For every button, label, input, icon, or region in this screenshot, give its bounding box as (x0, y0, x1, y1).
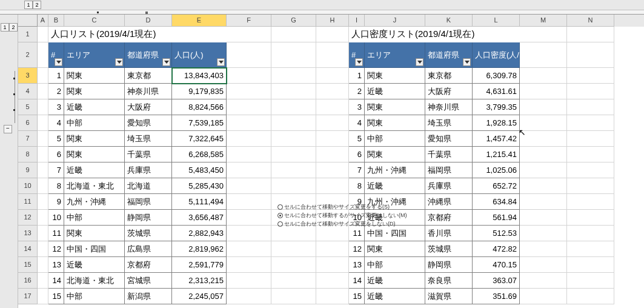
row-header-13[interactable]: 13 (18, 226, 38, 241)
cell[interactable] (520, 273, 567, 289)
filter-dropdown-icon[interactable] (416, 58, 423, 66)
cell[interactable] (520, 289, 567, 304)
table1-pref[interactable]: 新潟県 (125, 289, 172, 304)
table1-value[interactable]: 7,322,645 (172, 131, 227, 147)
table2-value[interactable]: 1,928.15 (473, 115, 520, 131)
radio-option[interactable]: セルに合わせて移動やサイズ変更をする(S) (277, 203, 407, 211)
table1-area[interactable]: 中国・四国 (64, 241, 125, 257)
cell[interactable] (567, 273, 614, 289)
cell[interactable] (227, 162, 271, 178)
row-header-7[interactable]: 7 (18, 131, 38, 147)
cell[interactable] (316, 68, 349, 84)
table1-area[interactable]: 中部 (64, 210, 125, 226)
table1-num[interactable]: 5 (48, 131, 64, 147)
table1-num[interactable]: 3 (48, 99, 64, 115)
table1-pref[interactable]: 京都府 (125, 257, 172, 273)
col-header-M[interactable]: M (520, 15, 567, 27)
cell[interactable] (38, 162, 48, 178)
table1-pref[interactable]: 埼玉県 (125, 131, 172, 147)
table2-num[interactable]: 3 (349, 99, 365, 115)
cell[interactable] (316, 257, 349, 273)
cell[interactable] (316, 115, 349, 131)
cell[interactable] (316, 99, 349, 115)
row-header-17[interactable]: 17 (18, 289, 38, 304)
col-header-I[interactable]: I (349, 15, 365, 27)
cell[interactable] (316, 178, 349, 194)
table1-area[interactable]: 関東 (64, 131, 125, 147)
cell[interactable] (227, 68, 271, 84)
table1-value[interactable]: 9,179,835 (172, 84, 227, 99)
radio-option[interactable]: セルに合わせて移動やサイズ変更をしない(D) (277, 219, 407, 228)
table1-value[interactable]: 2,245,057 (172, 289, 227, 304)
table2-area[interactable]: 九州・沖縄 (365, 162, 425, 178)
table1-area[interactable]: 関東 (64, 68, 125, 84)
col-header-L[interactable]: L (473, 15, 520, 27)
table2-pref[interactable]: 奈良県 (425, 273, 473, 289)
cell[interactable] (567, 84, 614, 99)
row-header-12[interactable]: 12 (18, 210, 38, 226)
table2-pref[interactable]: 福岡県 (425, 162, 473, 178)
filter-dropdown-icon[interactable] (162, 58, 170, 66)
table2-area[interactable]: 中部 (365, 131, 425, 147)
table2-num[interactable]: 2 (349, 84, 365, 99)
table2-pref[interactable]: 兵庫県 (425, 178, 473, 194)
table1-value[interactable]: 2,591,779 (172, 257, 227, 273)
row-header-3[interactable]: 3 (18, 68, 38, 84)
table2-header[interactable]: 人口密度(人/km2) (473, 42, 520, 68)
table1-num[interactable]: 12 (48, 241, 64, 257)
cell[interactable] (227, 178, 271, 194)
table2-num[interactable]: 1 (349, 68, 365, 84)
outline-row-level-1[interactable]: 1 (1, 23, 9, 32)
outline-collapse-button[interactable]: − (4, 125, 12, 133)
table2-value[interactable]: 1,215.41 (473, 147, 520, 162)
col-header-D[interactable]: D (125, 15, 172, 27)
table2-area[interactable]: 関東 (365, 147, 425, 162)
table1-pref[interactable]: 茨城県 (125, 226, 172, 241)
table2-header[interactable]: # (349, 42, 365, 68)
cell[interactable] (567, 241, 614, 257)
table1-value[interactable]: 7,539,185 (172, 115, 227, 131)
table1-value[interactable]: 2,882,943 (172, 226, 227, 241)
table2-num[interactable]: 13 (349, 257, 365, 273)
cell[interactable] (271, 241, 316, 257)
row-header-4[interactable]: 4 (18, 84, 38, 99)
table1-header[interactable]: エリア (64, 42, 125, 68)
table1-area[interactable]: 近畿 (64, 99, 125, 115)
table1-num[interactable]: 11 (48, 226, 64, 241)
col-header-F[interactable]: F (227, 15, 271, 27)
col-header-H[interactable]: H (316, 15, 349, 27)
cell[interactable] (271, 257, 316, 273)
table2-value[interactable]: 1,025.06 (473, 162, 520, 178)
table1-pref[interactable]: 愛知県 (125, 115, 172, 131)
table1-pref[interactable]: 北海道 (125, 178, 172, 194)
table2-value[interactable]: 561.94 (473, 210, 520, 226)
table1-pref[interactable]: 神奈川県 (125, 84, 172, 99)
table2-value[interactable]: 4,631.61 (473, 84, 520, 99)
table2-pref[interactable]: 香川県 (425, 226, 473, 241)
cell[interactable] (38, 210, 48, 226)
table2-area[interactable]: 近畿 (365, 273, 425, 289)
table1-header[interactable]: # (48, 42, 64, 68)
row-header-9[interactable]: 9 (18, 162, 38, 178)
cell[interactable] (227, 42, 271, 68)
row-header-8[interactable]: 8 (18, 147, 38, 162)
cell[interactable] (567, 147, 614, 162)
table2-header[interactable]: エリア (365, 42, 425, 68)
table2-pref[interactable]: 愛知県 (425, 131, 473, 147)
col-header-K[interactable]: K (425, 15, 473, 27)
cell[interactable] (227, 289, 271, 304)
table1-pref[interactable]: 千葉県 (125, 147, 172, 162)
cell[interactable] (271, 68, 316, 84)
outline-row-level-2[interactable]: 2 (9, 23, 18, 32)
table2-pref[interactable]: 滋賀県 (425, 289, 473, 304)
table2-area[interactable]: 関東 (365, 99, 425, 115)
cell[interactable] (271, 84, 316, 99)
cell[interactable] (520, 147, 567, 162)
table1-area[interactable]: 関東 (64, 226, 125, 241)
table1-value[interactable]: 5,285,430 (172, 178, 227, 194)
cell[interactable] (316, 42, 349, 68)
table1-num[interactable]: 15 (48, 289, 64, 304)
table2-area[interactable]: 中部 (365, 257, 425, 273)
cell[interactable] (271, 131, 316, 147)
table2-value[interactable]: 351.69 (473, 289, 520, 304)
